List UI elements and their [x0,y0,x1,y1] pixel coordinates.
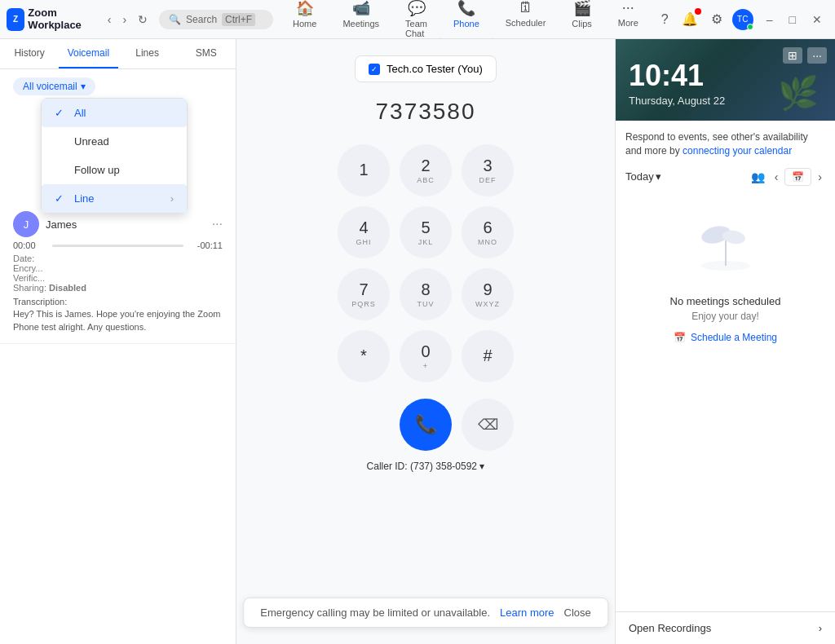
vm-more-button[interactable]: ··· [212,217,223,232]
dial-key-3[interactable]: 3 DEF [462,144,514,196]
settings-button[interactable]: ⚙ [708,8,726,30]
cal-prev-button[interactable]: ‹ [771,169,782,185]
call-button[interactable]: 📞 [400,399,452,451]
sub-tab-lines[interactable]: Lines [118,39,177,68]
tab-more-label: More [618,18,638,28]
tab-phone[interactable]: 📞 Phone [440,0,493,45]
dropdown-menu: ✓ All Unread Follow up ✓ Line › [41,98,188,214]
dropdown-item-all[interactable]: ✓ All [42,99,187,127]
close-button[interactable]: ✕ [806,11,828,28]
refresh-button[interactable]: ↻ [133,10,152,29]
calendar-body: Respond to events, see other's availabil… [616,121,835,611]
vm-progress: 00:00 -00:11 [13,240,223,250]
right-panel: ⊞ ··· 10:41 Thursday, August 22 🌿 Respon… [615,39,835,644]
emergency-close[interactable]: Close [564,607,591,619]
dial-key-4[interactable]: 4 GHI [338,206,390,258]
search-box[interactable]: 🔍 Search Ctrl+F [159,10,273,29]
dial-key-5[interactable]: 5 JKL [400,206,452,258]
today-button[interactable]: Today ▾ [625,170,661,183]
check-icon: ✓ [55,107,68,119]
home-icon: 🏠 [296,0,314,17]
voicemail-item[interactable]: J James ··· 00:00 -00:11 Date: Encry... [0,201,236,344]
notifications-button[interactable]: 🔔 [678,8,701,30]
search-icon: 🔍 [169,14,181,25]
vm-encryption: Encry... [13,263,223,273]
caller-id-label: Caller ID: [367,461,408,472]
dial-key-7[interactable]: 7 PQRS [338,268,390,320]
chat-icon: 💬 [408,0,426,17]
app-title: Zoom Workplace [28,7,95,31]
dial-key-1[interactable]: 1 [338,144,390,196]
dial-key-8[interactable]: 8 TUV [400,268,452,320]
back-button[interactable]: ‹ [103,10,117,29]
more-icon: ··· [622,0,634,16]
cal-view-button[interactable]: 📅 [784,168,811,186]
meetings-icon: 📹 [352,0,370,17]
center-panel: ✓ Tech.co Tester (You) 7373580 1 2 ABC 3… [236,39,615,644]
dial-key-9[interactable]: 9 WXYZ [462,268,514,320]
caller-checkbox: ✓ [369,64,380,75]
arrow-right-icon2: › [819,622,822,634]
cal-next-button[interactable]: › [815,169,825,185]
connect-banner: Respond to events, see other's availabil… [625,130,825,158]
avatar[interactable]: TC [732,9,753,30]
tab-clips[interactable]: 🎬 Clips [559,0,604,45]
dial-key-star[interactable]: * [338,330,390,382]
dial-key-hash[interactable]: # [462,330,514,382]
forward-button[interactable]: › [117,10,131,29]
caller-name: Tech.co Tester (You) [387,63,483,75]
tab-home[interactable]: 🏠 Home [280,0,329,45]
tab-more[interactable]: ··· More [605,0,652,45]
calendar-nav: 👥 ‹ 📅 › [748,168,825,186]
search-shortcut: Ctrl+F [222,13,255,26]
zoom-icon: Z [7,8,24,31]
tab-meetings[interactable]: 📹 Meetings [329,0,392,45]
titlebar-right: ? 🔔 ⚙ TC – □ ✕ [658,8,828,30]
help-button[interactable]: ? [658,9,672,30]
dropdown-item-follow-up[interactable]: Follow up [42,156,187,184]
sub-tabs: History Voicemail Lines SMS [0,39,236,69]
dropdown-item-line[interactable]: ✓ Line › [42,184,187,213]
filter-label: All voicemail [23,81,77,92]
sub-tab-sms[interactable]: SMS [177,39,236,68]
transcription-text: Hey? This is James. Hope you're enjoying… [13,309,220,331]
tab-home-label: Home [293,19,316,29]
tab-team-chat[interactable]: 💬 Team Chat [392,0,440,45]
no-meetings-heading: No meetings scheduled [670,295,781,307]
phone-icon: 📞 [457,0,475,17]
calendar-grid-button[interactable]: ⊞ [783,47,802,64]
tab-scheduler[interactable]: 🗓 Scheduler [493,0,559,45]
cal-people-button[interactable]: 👥 [748,169,768,185]
dial-key-6[interactable]: 6 MNO [462,206,514,258]
clear-button[interactable]: ⌫ [462,399,514,451]
leaf-icon: 🌿 [778,74,819,112]
schedule-meeting-button[interactable]: 📅 Schedule a Meeting [674,332,777,343]
maximize-button[interactable]: □ [783,11,802,28]
emergency-learn-more[interactable]: Learn more [500,607,554,619]
backspace-icon: ⌫ [478,416,498,434]
tab-clips-label: Clips [572,19,591,29]
dialpad: 1 2 ABC 3 DEF 4 GHI 5 JKL [338,144,514,382]
vm-transcription: Transcription: Hey? This is James. Hope … [13,296,223,333]
sub-tab-voicemail[interactable]: Voicemail [59,39,117,68]
sub-tab-history[interactable]: History [0,39,59,68]
connect-calendar-link[interactable]: connecting your calendar [683,145,792,157]
caller-select[interactable]: ✓ Tech.co Tester (You) [355,55,497,82]
dropdown-item-unread[interactable]: Unread [42,127,187,156]
no-meetings: No meetings scheduled Enjoy your day! 📅 … [625,192,825,368]
dial-key-0[interactable]: 0 + [400,330,452,382]
dropdown-item-all-label: All [74,107,86,119]
open-recordings-row[interactable]: Open Recordings › [616,611,835,644]
number-display: 7373580 [375,99,475,125]
vm-info: James ··· [46,217,223,232]
schedule-label: Schedule a Meeting [691,332,777,343]
beach-icon [693,217,758,285]
caller-id-row[interactable]: Caller ID: (737) 358-0592 ▾ [367,461,485,472]
calendar-more-button[interactable]: ··· [807,47,827,64]
minimize-button[interactable]: – [760,11,780,28]
tab-phone-label: Phone [453,19,479,29]
dial-key-2[interactable]: 2 ABC [400,144,452,196]
main-content: History Voicemail Lines SMS All voicemai… [0,39,835,644]
vm-date: Date: [13,254,223,263]
filter-button[interactable]: All voicemail ▾ [13,77,95,95]
